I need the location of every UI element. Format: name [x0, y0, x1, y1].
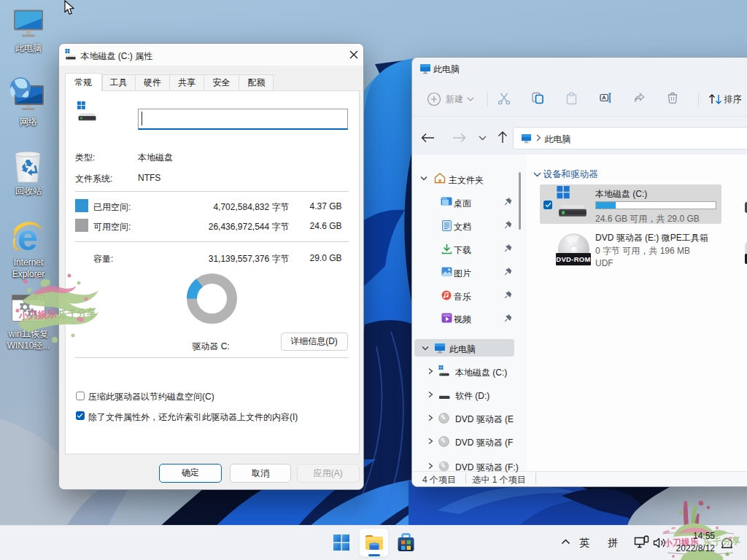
svg-text:新建: 新建: [446, 94, 463, 104]
svg-text:排序: 排序: [724, 94, 741, 104]
